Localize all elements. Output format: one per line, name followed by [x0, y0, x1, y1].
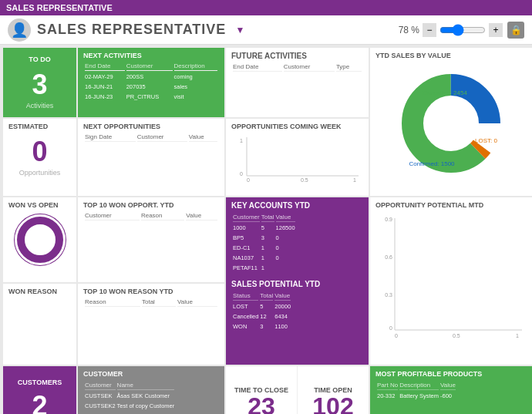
- ka-r4-value: 0: [276, 254, 295, 262]
- zoom-control: 78 % − +: [399, 23, 503, 37]
- ka-row-5: PETAF11 1: [233, 264, 295, 272]
- col-end-date: End Date: [85, 62, 125, 71]
- top10-won-label: TOP 10 WON OPPORT. YTD: [83, 201, 219, 209]
- svg-text:Confirmed: 1500: Confirmed: 1500: [409, 160, 455, 167]
- most-profitable-label: MOST PROFITABLE PRODUCTS: [375, 370, 527, 378]
- row3-customer: PR_CITRUS: [126, 93, 173, 101]
- opport-potential-card: OPPORTUNITY POTENTIAL MTD 0.9 0.6 0.3 0 …: [370, 197, 532, 365]
- customers-count: 2: [32, 392, 47, 414]
- next-opport-table: Sign Date Customer Value: [83, 132, 219, 143]
- ct-r2-name: Test of copy Customer: [117, 402, 175, 410]
- ytd-sales-label: YTD SALES BY VALUE: [375, 52, 527, 59]
- ka-r5-total: 1: [261, 264, 274, 272]
- won-open-label: WON VS OPEN: [8, 201, 71, 209]
- ka-col-customer: Customer: [233, 214, 260, 222]
- svg-text:1: 1: [516, 333, 519, 338]
- customer-table: Customer Name CUSTSEK Åsas SEK Customer …: [83, 380, 176, 412]
- future-col-type: Type: [336, 63, 362, 72]
- mp-col-value: Value: [440, 382, 456, 390]
- title-bar: SALES REPRESENTATIVE: [0, 0, 532, 15]
- svg-text:0: 0: [247, 177, 250, 183]
- ct-r1-name: Åsas SEK Customer: [117, 392, 175, 400]
- ka-r4-customer: NA1037: [233, 254, 260, 262]
- mp-row-1: 20-332 Battery System -600: [377, 392, 456, 400]
- sp-r3-total: 3: [260, 322, 273, 331]
- time-close-value: 23: [247, 394, 275, 415]
- sales-potential-table: Status Total Value LOST 5 20000 Cancelle…: [231, 291, 292, 332]
- svg-text:0.5: 0.5: [453, 333, 460, 338]
- sales-potential-label: SALES POTENTIAL YTD: [231, 280, 363, 288]
- ct-row-2: CUSTSEK2 Test of copy Customer: [85, 402, 174, 410]
- avatar: 👤: [8, 19, 31, 42]
- row3-desc: visit: [174, 93, 217, 101]
- sp-col-status: Status: [233, 292, 258, 301]
- won-reason-label: WON REASON: [8, 288, 71, 295]
- col-customer: Customer: [126, 62, 173, 71]
- sp-row-1: LOST 5 20000: [233, 302, 291, 311]
- time-close-half: TIME TO CLOSE 23 Days: [226, 366, 298, 414]
- opport-week-label: OPPORTUNITIES COMING WEEK: [231, 123, 363, 130]
- row1-customer: 200SS: [126, 72, 173, 81]
- svg-text:1: 1: [240, 138, 243, 143]
- ytd-donut-chart: Cancelled: 2454 LOST: 0 Confirmed: 1500: [389, 66, 513, 173]
- ka-r2-customer: BP5: [233, 234, 260, 242]
- most-profitable-table: Part No Description Value 20-332 Battery…: [375, 380, 457, 402]
- lock-icon[interactable]: 🔒: [507, 22, 524, 39]
- title-bar-label: SALES REPRESENTATIVE: [6, 3, 113, 12]
- ytd-donut: Cancelled: 2454 LOST: 0 Confirmed: 1500: [375, 66, 527, 173]
- ka-r2-value: 0: [276, 234, 295, 242]
- zoom-slider[interactable]: [439, 24, 486, 36]
- zoom-in-button[interactable]: +: [489, 23, 503, 37]
- svg-text:1: 1: [353, 177, 356, 183]
- ka-row-4: NA1037 1 0: [233, 254, 295, 262]
- estimated-card: ESTIMATED 0 Opportunities: [3, 119, 76, 196]
- ka-col-value: Value: [276, 214, 295, 222]
- ka-r1-value: 126500: [276, 224, 295, 232]
- key-accounts-label: KEY ACCOUNTS YTD: [231, 201, 363, 210]
- next-activities-card: NEXT ACTIVITIES End Date Customer Descri…: [78, 48, 224, 117]
- future-activities-table: End Date Customer Type: [231, 62, 363, 73]
- row2-date: 16-JUN-21: [85, 82, 125, 91]
- next-activities-table: End Date Customer Description 02-MAY-29 …: [83, 61, 219, 103]
- time-container: TIME TO CLOSE 23 Days TIME OPEN 102 Days: [226, 366, 369, 414]
- time-open-half: TIME OPEN 102 Days: [298, 366, 369, 414]
- ct-r2-customer: CUSTSEK2: [85, 402, 116, 410]
- sp-r3-status: WON: [233, 322, 258, 331]
- top10-reason-table: Reason Total Value: [83, 297, 219, 308]
- main-content: TO DO 3 Activities NEXT ACTIVITIES End D…: [0, 45, 532, 414]
- top10-col-customer: Customer: [85, 212, 140, 220]
- customer-table-card: CUSTOMER Customer Name CUSTSEK Åsas SEK …: [78, 366, 224, 414]
- row3-date: 16-JUN-23: [85, 93, 125, 101]
- zoom-out-button[interactable]: −: [423, 23, 436, 37]
- opport-potential-chart: 0.9 0.6 0.3 0 0 0.5 1: [375, 210, 526, 342]
- won-open-card: WON VS OPEN: [3, 197, 76, 282]
- todo-sub: Activities: [26, 102, 54, 109]
- row2-customer: 207035: [126, 82, 173, 91]
- next-activities-label: NEXT ACTIVITIES: [83, 52, 219, 59]
- sp-row-3: WON 3 1100: [233, 322, 291, 331]
- dropdown-arrow-icon[interactable]: ▼: [235, 25, 244, 35]
- todo-label: TO DO: [29, 56, 50, 63]
- future-col-date: End Date: [233, 63, 282, 72]
- key-accounts-card: KEY ACCOUNTS YTD Customer Total Value 10…: [226, 197, 369, 365]
- opport-col-value: Value: [189, 133, 217, 142]
- opport-potential-label: OPPORTUNITY POTENTIAL MTD: [375, 201, 527, 209]
- sp-col-total: Total: [260, 292, 273, 301]
- won-open-donut: [13, 213, 67, 267]
- top10-col-reason: Reason: [141, 212, 184, 220]
- zoom-value: 78 %: [399, 25, 419, 35]
- svg-text:0: 0: [240, 171, 243, 177]
- todo-count: 3: [32, 71, 47, 99]
- ka-r2-total: 3: [261, 234, 274, 242]
- next-opport-card: NEXT OPPORTUNITIES Sign Date Customer Va…: [78, 119, 224, 196]
- sp-r2-total: 12: [260, 312, 273, 321]
- opport-week-chart: 1 0 0 0.5 1: [231, 133, 363, 183]
- ct-col-name: Name: [117, 382, 175, 390]
- ka-row-2: BP5 3 0: [233, 234, 295, 242]
- ka-r3-total: 1: [261, 244, 274, 252]
- ka-r5-value: [276, 264, 295, 272]
- next-act-row-2: 16-JUN-21 207035 sales: [85, 82, 217, 91]
- future-activities-label: FUTURE ACTIVITIES: [231, 52, 363, 60]
- svg-text:0: 0: [389, 325, 392, 331]
- next-opport-label: NEXT OPPORTUNITIES: [83, 123, 219, 130]
